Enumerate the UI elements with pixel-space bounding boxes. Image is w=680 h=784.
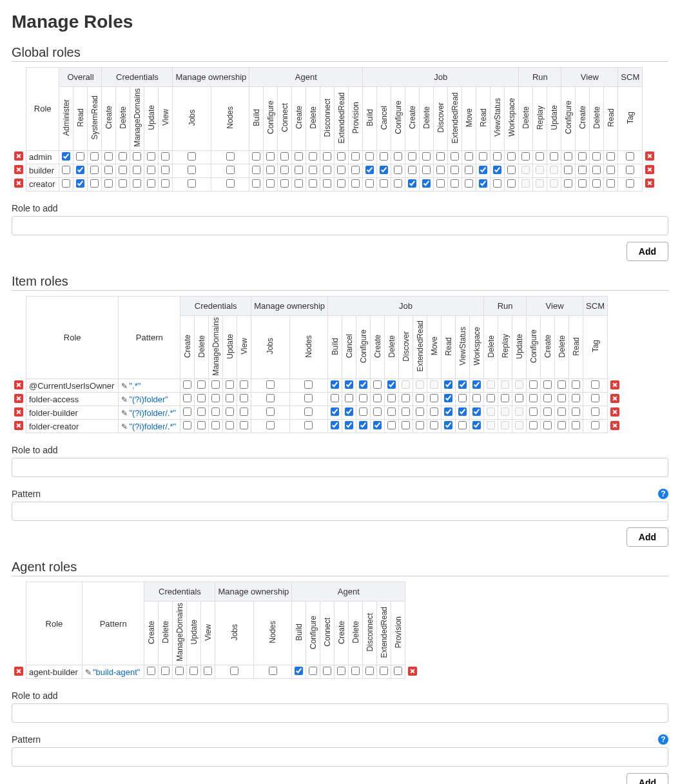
perm-checkbox[interactable] — [175, 667, 184, 675]
perm-checkbox[interactable] — [591, 380, 599, 389]
perm-checkbox[interactable] — [387, 421, 396, 429]
item-role-to-add-input[interactable] — [12, 458, 668, 477]
perm-checkbox[interactable] — [183, 421, 191, 429]
perm-checkbox[interactable] — [295, 667, 303, 675]
perm-checkbox[interactable] — [266, 421, 275, 429]
delete-role-icon[interactable] — [645, 179, 654, 188]
perm-checkbox[interactable] — [104, 152, 113, 161]
perm-checkbox[interactable] — [422, 166, 431, 174]
perm-checkbox[interactable] — [197, 407, 206, 416]
perm-checkbox[interactable] — [373, 407, 382, 416]
perm-checkbox[interactable] — [493, 152, 501, 161]
delete-role-icon[interactable] — [14, 165, 23, 174]
perm-checkbox[interactable] — [161, 667, 170, 675]
perm-checkbox[interactable] — [380, 166, 388, 174]
perm-checkbox[interactable] — [507, 179, 516, 188]
agent-pattern-input[interactable] — [12, 747, 668, 767]
delete-role-icon[interactable] — [610, 394, 619, 403]
perm-checkbox[interactable] — [183, 380, 191, 389]
perm-checkbox[interactable] — [188, 152, 196, 161]
perm-checkbox[interactable] — [436, 179, 445, 188]
perm-checkbox[interactable] — [387, 394, 396, 402]
perm-checkbox[interactable] — [119, 166, 127, 174]
perm-checkbox[interactable] — [529, 421, 538, 429]
edit-pattern-icon[interactable]: ✎ — [121, 382, 128, 391]
perm-checkbox[interactable] — [543, 380, 552, 389]
perm-checkbox[interactable] — [266, 152, 275, 161]
perm-checkbox[interactable] — [76, 179, 84, 188]
perm-checkbox[interactable] — [280, 152, 289, 161]
perm-checkbox[interactable] — [501, 394, 509, 402]
perm-checkbox[interactable] — [183, 394, 191, 402]
perm-checkbox[interactable] — [337, 179, 345, 188]
perm-checkbox[interactable] — [472, 421, 481, 429]
perm-checkbox[interactable] — [323, 166, 331, 174]
perm-checkbox[interactable] — [204, 667, 212, 675]
perm-checkbox[interactable] — [529, 407, 538, 416]
perm-checkbox[interactable] — [550, 152, 558, 161]
delete-role-icon[interactable] — [14, 179, 23, 188]
perm-checkbox[interactable] — [90, 166, 99, 174]
perm-checkbox[interactable] — [161, 152, 170, 161]
perm-checkbox[interactable] — [422, 179, 431, 188]
perm-checkbox[interactable] — [444, 394, 452, 402]
perm-checkbox[interactable] — [430, 421, 438, 429]
perm-checkbox[interactable] — [295, 179, 303, 188]
item-add-button[interactable]: Add — [627, 527, 668, 547]
perm-checkbox[interactable] — [416, 421, 424, 429]
perm-checkbox[interactable] — [373, 421, 382, 429]
perm-checkbox[interactable] — [183, 407, 191, 416]
pattern-link[interactable]: ".*" — [129, 381, 141, 391]
global-role-to-add-input[interactable] — [12, 216, 668, 235]
perm-checkbox[interactable] — [529, 380, 538, 389]
perm-checkbox[interactable] — [430, 394, 438, 402]
perm-checkbox[interactable] — [572, 380, 580, 389]
perm-checkbox[interactable] — [331, 421, 339, 429]
perm-checkbox[interactable] — [451, 166, 459, 174]
perm-checkbox[interactable] — [90, 179, 99, 188]
delete-role-icon[interactable] — [610, 407, 619, 416]
perm-checkbox[interactable] — [408, 179, 416, 188]
perm-checkbox[interactable] — [543, 394, 552, 402]
perm-checkbox[interactable] — [394, 179, 402, 188]
perm-checkbox[interactable] — [578, 179, 587, 188]
perm-checkbox[interactable] — [394, 166, 402, 174]
perm-checkbox[interactable] — [119, 179, 127, 188]
perm-checkbox[interactable] — [380, 667, 388, 675]
perm-checkbox[interactable] — [564, 166, 572, 174]
delete-role-icon[interactable] — [610, 421, 619, 430]
perm-checkbox[interactable] — [472, 407, 481, 416]
perm-checkbox[interactable] — [380, 179, 388, 188]
perm-checkbox[interactable] — [331, 380, 339, 389]
perm-checkbox[interactable] — [626, 166, 634, 174]
perm-checkbox[interactable] — [472, 394, 481, 402]
perm-checkbox[interactable] — [578, 166, 587, 174]
perm-checkbox[interactable] — [493, 166, 501, 174]
perm-checkbox[interactable] — [240, 407, 248, 416]
perm-checkbox[interactable] — [479, 179, 487, 188]
perm-checkbox[interactable] — [345, 394, 353, 402]
perm-checkbox[interactable] — [558, 394, 566, 402]
perm-checkbox[interactable] — [62, 166, 70, 174]
perm-checkbox[interactable] — [436, 166, 445, 174]
perm-checkbox[interactable] — [304, 380, 313, 389]
perm-checkbox[interactable] — [365, 179, 374, 188]
perm-checkbox[interactable] — [507, 166, 516, 174]
perm-checkbox[interactable] — [226, 421, 234, 429]
agent-role-to-add-input[interactable] — [12, 703, 668, 723]
perm-checkbox[interactable] — [211, 394, 220, 402]
help-icon[interactable]: ? — [658, 489, 668, 499]
perm-checkbox[interactable] — [269, 667, 277, 675]
delete-role-icon[interactable] — [14, 421, 23, 430]
perm-checkbox[interactable] — [331, 407, 339, 416]
perm-checkbox[interactable] — [402, 407, 410, 416]
perm-checkbox[interactable] — [402, 394, 410, 402]
perm-checkbox[interactable] — [572, 421, 580, 429]
perm-checkbox[interactable] — [436, 152, 445, 161]
perm-checkbox[interactable] — [226, 380, 234, 389]
perm-checkbox[interactable] — [211, 421, 220, 429]
perm-checkbox[interactable] — [62, 179, 70, 188]
pattern-link[interactable]: "(?i)folder/.*" — [129, 422, 176, 431]
perm-checkbox[interactable] — [252, 179, 260, 188]
perm-checkbox[interactable] — [345, 407, 353, 416]
